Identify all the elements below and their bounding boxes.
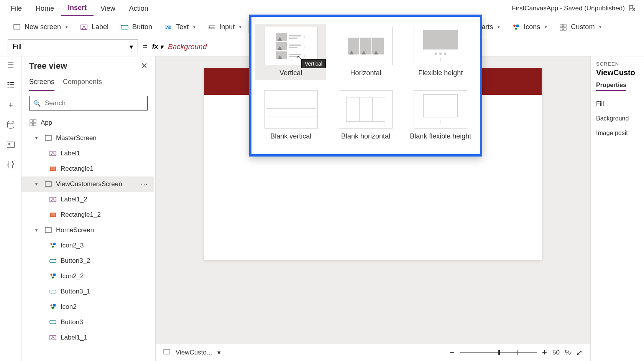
app-checker-icon[interactable]: ℞ (629, 3, 636, 13)
tree-node-label1_1[interactable]: Label1_1 (21, 330, 154, 345)
button-icon (49, 319, 57, 326)
tree-search[interactable]: 🔍 (29, 96, 148, 110)
svg-rect-37 (30, 123, 33, 126)
tree-node-button3_1[interactable]: Button3_1 (21, 284, 154, 299)
gallery-label-blank-flexible: Blank flexible height (410, 132, 471, 140)
tree-node-icon2_2[interactable]: Icon2_2 (21, 269, 154, 284)
input-button[interactable]: Input ▾ (202, 21, 247, 33)
fit-screen-icon[interactable]: ⤢ (576, 348, 583, 357)
zoom-pct: % (565, 349, 571, 356)
tree-node-homescreen[interactable]: ▾HomeScreen (21, 223, 154, 238)
button-icon (49, 257, 57, 264)
rect-icon (49, 165, 57, 172)
properties-section-label: SCREEN (596, 61, 644, 67)
formula-expression[interactable]: Background (168, 43, 207, 51)
chevron-down-icon: ▾ (239, 25, 242, 30)
add-icon[interactable]: ＋ (6, 100, 15, 109)
svg-rect-47 (45, 227, 51, 232)
custom-icon (559, 23, 567, 31)
fx-button[interactable]: fx ▾ (152, 43, 163, 51)
data-icon[interactable] (6, 120, 15, 129)
svg-rect-36 (33, 120, 36, 122)
screen-icon (44, 181, 52, 188)
zoom-slider[interactable] (460, 352, 537, 353)
svg-rect-39 (45, 135, 51, 140)
gallery-option-blank-horizontal[interactable]: Blank horizontal (330, 87, 401, 143)
gallery-option-vertical[interactable]: › › › Vertical ↖ Vertical (255, 24, 326, 80)
menu-home[interactable]: Home (29, 2, 61, 16)
gallery-label-blank-horizontal: Blank horizontal (341, 132, 390, 140)
label-label: Label (92, 23, 108, 31)
cursor-icon: ↖ (297, 54, 302, 61)
tree-node-label: ViewCustomersScreen (56, 180, 122, 188)
tree-node-rectangle1_2[interactable]: Rectangle1_2 (21, 207, 154, 223)
tree-node-rectangle1[interactable]: Rectangle1 (21, 161, 154, 176)
gallery-option-blank-vertical[interactable]: Blank vertical (255, 87, 326, 143)
chevron-icon[interactable]: ▾ (35, 227, 41, 233)
tools-icon[interactable] (6, 160, 15, 169)
chevron-down-icon: ▾ (160, 43, 163, 51)
svg-marker-54 (51, 277, 54, 279)
properties-tab[interactable]: Properties (596, 82, 626, 91)
menu-action[interactable]: Action (122, 2, 155, 16)
icons-button[interactable]: Icons ▾ (507, 21, 552, 33)
media-rail-icon[interactable] (6, 140, 15, 149)
svg-rect-0 (14, 25, 20, 29)
gallery-dropdown-popup: › › › Vertical ↖ Vertical Horizontal ↕ F… (249, 15, 482, 157)
tree-node-viewcustomersscreen[interactable]: ▾ViewCustomersScreen⋯ (21, 176, 154, 192)
menu-view[interactable]: View (94, 2, 122, 16)
zoom-value: 50 (552, 349, 560, 356)
chevron-icon[interactable]: ▾ (35, 135, 41, 141)
tree-node-label1[interactable]: Label1 (21, 146, 154, 161)
gallery-label-flexible: Flexible height (418, 69, 463, 77)
svg-rect-33 (7, 142, 14, 147)
prop-image-position[interactable]: Image posit (596, 126, 644, 140)
gallery-option-blank-flexible[interactable]: ↕ Blank flexible height (405, 87, 476, 143)
svg-rect-26 (516, 25, 519, 27)
label-icon (49, 334, 57, 341)
prop-background[interactable]: Background (596, 111, 644, 126)
zoom-out-button[interactable]: − (450, 348, 455, 358)
tree-node-button3[interactable]: Button3 (21, 315, 154, 330)
tab-components[interactable]: Components (63, 76, 102, 91)
custom-button[interactable]: Custom ▾ (554, 21, 607, 33)
tab-screens[interactable]: Screens (29, 76, 54, 91)
svg-marker-50 (51, 246, 54, 248)
new-screen-label: New screen (25, 23, 61, 31)
tree-tabs: Screens Components (21, 73, 155, 91)
label-button[interactable]: Label (75, 21, 114, 33)
tree-node-label: Icon2_2 (61, 272, 84, 280)
tree-node-icon2[interactable]: Icon2 (21, 299, 154, 315)
property-selector[interactable]: Fill ▾ (8, 40, 138, 54)
tree-node-masterscreen[interactable]: ▾MasterScreen (21, 130, 154, 146)
label-icon (80, 23, 88, 31)
icon-icon (49, 242, 57, 249)
menu-insert[interactable]: Insert (61, 1, 94, 16)
button-button[interactable]: Button (115, 21, 158, 33)
text-label: Text (176, 23, 189, 31)
tree-node-app[interactable]: App (21, 115, 154, 130)
prop-fill[interactable]: Fill (596, 97, 644, 111)
gallery-option-horizontal[interactable]: Horizontal (330, 24, 401, 80)
tree-node-label1_2[interactable]: Label1_2 (21, 192, 154, 207)
app-title-text: FirstCanvasApp - Saved (Unpublished) (512, 5, 625, 12)
tree-list: App▾MasterScreenLabel1Rectangle1▾ViewCus… (21, 115, 155, 361)
status-screen-name[interactable]: ViewCusto... (176, 349, 212, 356)
search-input[interactable] (45, 99, 143, 107)
svg-rect-34 (8, 143, 10, 145)
text-button[interactable]: Ab Text ▾ (159, 21, 201, 33)
more-icon[interactable]: ⋯ (141, 180, 148, 188)
chevron-down-icon[interactable]: ▾ (217, 349, 221, 357)
tree-node-label: Rectangle1_2 (61, 211, 101, 219)
tree-view-icon[interactable] (6, 80, 15, 89)
tree-node-button3_2[interactable]: Button3_2 (21, 253, 154, 269)
zoom-in-button[interactable]: + (542, 348, 547, 358)
chevron-icon[interactable]: ▾ (35, 181, 41, 187)
tree-node-icon2_3[interactable]: Icon2_3 (21, 238, 154, 253)
close-icon[interactable]: ✕ (141, 61, 148, 71)
new-screen-button[interactable]: New screen ▾ (8, 21, 73, 33)
menu-file[interactable]: File (4, 2, 29, 16)
gallery-option-flexible-height[interactable]: ↕ Flexible height (405, 24, 476, 80)
chevron-down-icon: ▾ (498, 25, 500, 30)
hamburger-icon[interactable]: ☰ (6, 60, 15, 69)
